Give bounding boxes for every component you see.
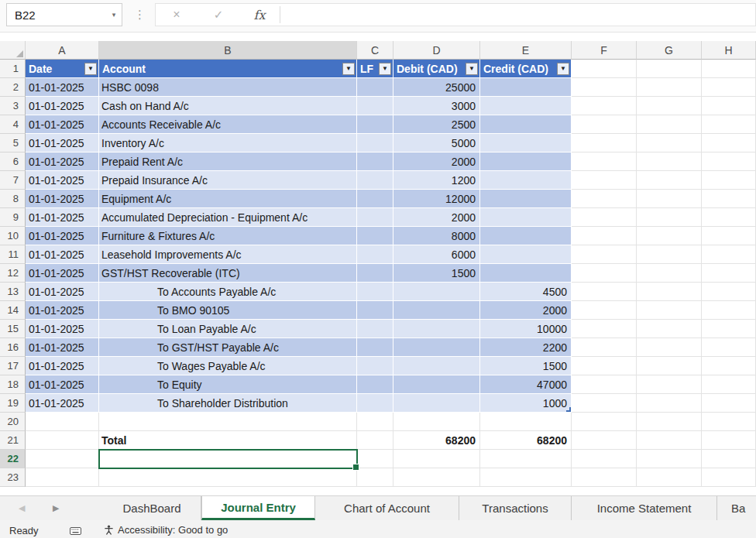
row-header-20[interactable]: 20	[0, 413, 26, 431]
cell-C23[interactable]	[357, 468, 393, 487]
cell-D16[interactable]	[393, 338, 480, 357]
cell-D10[interactable]: 8000	[393, 227, 480, 245]
cell-A20[interactable]	[26, 413, 99, 431]
row-header-16[interactable]: 16	[0, 338, 26, 357]
filter-dropdown-icon[interactable]: ▼	[342, 63, 355, 75]
sheet-tab-chart-of-account[interactable]: Chart of Account	[315, 496, 459, 520]
cell-F12[interactable]	[572, 264, 637, 283]
row-header-18[interactable]: 18	[0, 375, 26, 394]
row-header-3[interactable]: 3	[0, 97, 26, 115]
cell-E23[interactable]	[480, 468, 572, 487]
cell-E2[interactable]	[480, 78, 572, 97]
cell-D8[interactable]: 12000	[393, 190, 480, 208]
cell-F3[interactable]	[572, 97, 637, 115]
cell-F19[interactable]	[572, 394, 637, 413]
cell-F17[interactable]	[572, 357, 637, 375]
cell-F10[interactable]	[572, 227, 637, 245]
header-cell-E1[interactable]: Credit (CAD)▼	[480, 60, 572, 78]
cell-C9[interactable]	[357, 208, 393, 227]
row-header-9[interactable]: 9	[0, 208, 26, 227]
row-header-11[interactable]: 11	[0, 245, 26, 264]
cell-F6[interactable]	[572, 152, 637, 171]
cell-E19[interactable]: 1000	[480, 394, 572, 413]
cell-B5[interactable]: Inventory A/c	[99, 134, 357, 152]
cell-H17[interactable]	[702, 357, 756, 375]
cell-B6[interactable]: Prepaid Rent A/c	[99, 152, 357, 171]
cell-A19[interactable]: 01-01-2025	[26, 394, 99, 413]
cell-E6[interactable]	[480, 152, 572, 171]
cell-E3[interactable]	[480, 97, 572, 115]
sheet-tab-income-statement[interactable]: Income Statement	[572, 496, 717, 520]
cell-D5[interactable]: 5000	[393, 134, 480, 152]
cell-H8[interactable]	[702, 190, 756, 208]
header-cell-A1[interactable]: Date▼	[26, 60, 99, 78]
cell-D2[interactable]: 25000	[393, 78, 480, 97]
cell-H3[interactable]	[702, 97, 756, 115]
cell-A9[interactable]: 01-01-2025	[26, 208, 99, 227]
row-header-14[interactable]: 14	[0, 301, 26, 320]
cell-D11[interactable]: 6000	[393, 245, 480, 264]
cell-A17[interactable]: 01-01-2025	[26, 357, 99, 375]
cell-F20[interactable]	[572, 413, 637, 431]
fill-handle[interactable]	[352, 464, 359, 471]
filter-dropdown-icon[interactable]: ▼	[84, 63, 97, 75]
column-header-D[interactable]: D	[393, 41, 480, 60]
column-header-C[interactable]: C	[357, 41, 393, 60]
cell-A14[interactable]: 01-01-2025	[26, 301, 99, 320]
header-cell-B1[interactable]: Account▼	[99, 60, 357, 78]
cell-C8[interactable]	[357, 190, 393, 208]
row-header-19[interactable]: 19	[0, 394, 26, 413]
cell-A8[interactable]: 01-01-2025	[26, 190, 99, 208]
cell-H4[interactable]	[702, 115, 756, 134]
cell-E7[interactable]	[480, 171, 572, 190]
column-header-F[interactable]: F	[572, 41, 637, 60]
cell-G23[interactable]	[637, 468, 702, 487]
header-cell-C1[interactable]: LF▼	[357, 60, 393, 78]
cell-F8[interactable]	[572, 190, 637, 208]
row-header-2[interactable]: 2	[0, 78, 26, 97]
cell-C6[interactable]	[357, 152, 393, 171]
cell-H12[interactable]	[702, 264, 756, 283]
cell-H22[interactable]	[702, 450, 756, 468]
cell-C10[interactable]	[357, 227, 393, 245]
cell-E16[interactable]: 2200	[480, 338, 572, 357]
cell-H6[interactable]	[702, 152, 756, 171]
cell-E4[interactable]	[480, 115, 572, 134]
cell-F15[interactable]	[572, 320, 637, 338]
cell-A10[interactable]: 01-01-2025	[26, 227, 99, 245]
cell-H20[interactable]	[702, 413, 756, 431]
cell-E5[interactable]	[480, 134, 572, 152]
cell-A18[interactable]: 01-01-2025	[26, 375, 99, 394]
cell-D15[interactable]	[393, 320, 480, 338]
cell-C21[interactable]	[357, 431, 393, 450]
filter-dropdown-icon[interactable]: ▼	[466, 63, 478, 75]
cell-C20[interactable]	[357, 413, 393, 431]
cell-F14[interactable]	[572, 301, 637, 320]
table-resize-handle[interactable]	[566, 407, 571, 412]
filter-dropdown-icon[interactable]: ▼	[557, 63, 569, 75]
cell-B8[interactable]: Equipment A/c	[99, 190, 357, 208]
cell-H14[interactable]	[702, 301, 756, 320]
cell-A12[interactable]: 01-01-2025	[26, 264, 99, 283]
cell-C11[interactable]	[357, 245, 393, 264]
cell-C3[interactable]	[357, 97, 393, 115]
cell-D12[interactable]: 1500	[393, 264, 480, 283]
sheet-tab-ba[interactable]: Ba	[717, 496, 756, 520]
cell-H2[interactable]	[702, 78, 756, 97]
column-header-B[interactable]: B	[99, 41, 357, 60]
row-header-15[interactable]: 15	[0, 320, 26, 338]
cell-A4[interactable]: 01-01-2025	[26, 115, 99, 134]
column-header-H[interactable]: H	[702, 41, 756, 60]
cell-G11[interactable]	[637, 245, 702, 264]
row-header-5[interactable]: 5	[0, 134, 26, 152]
cell-F7[interactable]	[572, 171, 637, 190]
cell-H5[interactable]	[702, 134, 756, 152]
row-header-23[interactable]: 23	[0, 468, 26, 487]
cell-H10[interactable]	[702, 227, 756, 245]
cell-D22[interactable]	[393, 450, 480, 468]
cell-G16[interactable]	[637, 338, 702, 357]
cell-G20[interactable]	[637, 413, 702, 431]
row-header-22[interactable]: 22	[0, 450, 26, 468]
cell-B2[interactable]: HSBC 0098	[99, 78, 357, 97]
cell-D23[interactable]	[393, 468, 480, 487]
